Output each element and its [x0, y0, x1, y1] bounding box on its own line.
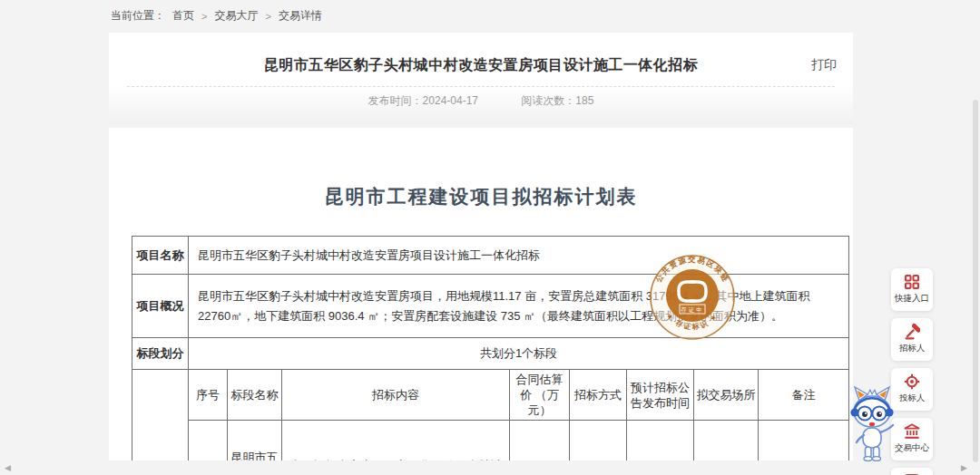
sidebar-item-quick-entry[interactable]: 快捷入口 — [891, 268, 933, 311]
col-header-venue: 拟交易场所 — [694, 370, 759, 421]
project-overview-value: 昆明市五华区豹子头村城中村改造安置房项目，用地规模11.17 亩，安置房总建筑面… — [189, 275, 849, 338]
cell-remark — [759, 421, 849, 461]
table-row: 项目概况 昆明市五华区豹子头村城中村改造安置房项目，用地规模11.17 亩，安置… — [132, 275, 849, 338]
table-data-row: 昆明市五华区豹子头村城中 本次招标内容为昆明市五华区豹子头村城中村改造安置房项目… — [132, 421, 849, 461]
col-header-remark: 备注 — [759, 370, 849, 421]
meta-row: 发布时间：2024-04-17 阅读次数：185 — [109, 93, 853, 109]
empty-cell — [132, 370, 189, 461]
sidebar-item-label: 招标人 — [899, 343, 926, 354]
cell-method — [570, 421, 627, 461]
bid-plan-table: 项目名称 昆明市五华区豹子头村城中村改造安置房项目设计施工一体化招标 项目概况 … — [132, 236, 849, 460]
project-name-value: 昆明市五华区豹子头村城中村改造安置房项目设计施工一体化招标 — [189, 237, 849, 275]
announcement-header: 昆明市五华区豹子头村城中村改造安置房项目设计施工一体化招标 打印 发布时间：20… — [109, 33, 853, 124]
mascot-assistant[interactable] — [848, 383, 900, 473]
scroll-left-arrow-icon[interactable]: ◀ — [5, 463, 11, 472]
project-name-label: 项目名称 — [132, 237, 189, 275]
breadcrumb-current: 交易详情 — [279, 8, 322, 24]
print-button[interactable]: 打印 — [811, 57, 837, 73]
vertical-scrollbar[interactable] — [973, 100, 978, 462]
grid-icon — [904, 274, 920, 290]
cell-content: 本次招标内容为昆明市五华区豹子头村城中村改造安置房项目设计及施工，内容包含建筑、… — [282, 421, 510, 461]
page-title: 昆明市五华区豹子头村城中村改造安置房项目设计施工一体化招标 — [109, 33, 853, 75]
breadcrumb-home[interactable]: 首页 — [172, 8, 194, 24]
col-header-announce-time: 预计招标公告发布时间 — [627, 370, 694, 421]
project-overview-label: 项目概况 — [132, 275, 189, 338]
cell-section-name: 昆明市五华区豹子头村城中 — [228, 421, 282, 461]
col-header-seq: 序号 — [189, 370, 228, 421]
bank-icon — [904, 423, 920, 440]
cell-announce-time — [627, 421, 694, 461]
col-header-content: 招标内容 — [282, 370, 510, 421]
divider — [127, 86, 835, 87]
table-header-row: 序号 标段名称 招标内容 合同估算价 （万元） 招标方式 预计招标公告发布时间 … — [132, 370, 849, 421]
sidebar-item-label: 投标人 — [899, 393, 926, 404]
sidebar-item-tenderer[interactable]: 招标人 — [891, 318, 933, 361]
publish-time: 发布时间：2024-04-17 — [368, 94, 482, 107]
col-header-price: 合同估算价 （万元） — [510, 370, 570, 421]
gavel-icon — [904, 324, 920, 340]
breadcrumb-separator: > — [201, 11, 207, 22]
section-division-label: 标段划分 — [132, 338, 189, 370]
cell-price — [510, 421, 570, 461]
breadcrumb-separator: > — [265, 11, 270, 22]
target-icon — [904, 373, 920, 390]
scroll-right-arrow-icon[interactable]: ▶ — [961, 463, 967, 472]
cell-venue — [694, 421, 759, 461]
section-division-value: 共划分1个标段 — [189, 338, 849, 370]
table-row: 标段划分 共划分1个标段 — [132, 338, 849, 370]
breadcrumb-label: 当前位置： — [111, 8, 165, 24]
sidebar-item-label: 快捷入口 — [895, 293, 929, 305]
view-count: 阅读次数：185 — [521, 94, 593, 107]
cell-seq — [189, 421, 228, 461]
col-header-section-name: 标段名称 — [228, 370, 282, 421]
table-row: 项目名称 昆明市五华区豹子头村城中村改造安置房项目设计施工一体化招标 — [132, 237, 849, 275]
col-header-method: 招标方式 — [570, 370, 627, 421]
document-area: 昆明市工程建设项目拟招标计划表 项目名称 昆明市五华区豹子头村城中村改造安置房项… — [109, 128, 853, 460]
breadcrumb-trading-hall[interactable]: 交易大厅 — [214, 8, 258, 24]
breadcrumb: 当前位置： 首页 > 交易大厅 > 交易详情 — [111, 8, 322, 24]
plan-table-title: 昆明市工程建设项目拟招标计划表 — [109, 184, 853, 209]
